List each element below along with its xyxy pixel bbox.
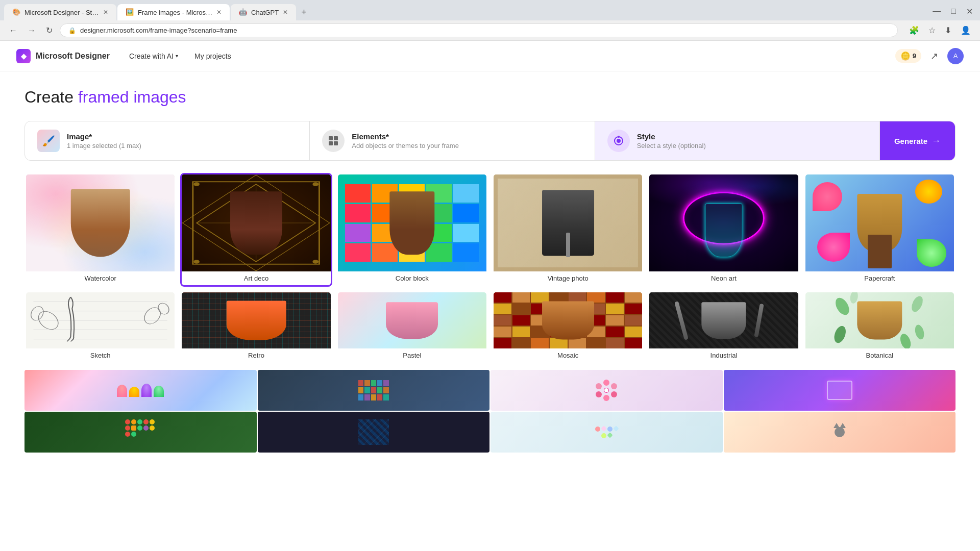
style-label-papercraft: Papercraft xyxy=(805,271,954,285)
nav-create-with-ai[interactable]: Create with AI ▾ xyxy=(122,48,185,64)
svg-point-27 xyxy=(909,294,925,314)
style-item-watercolor[interactable]: Watercolor xyxy=(24,173,176,287)
style-item-papercraft[interactable]: Papercraft xyxy=(804,173,955,287)
extensions-button[interactable]: 🧩 xyxy=(906,23,922,37)
bottom-thumb-1[interactable] xyxy=(24,370,257,411)
svg-point-13 xyxy=(194,260,200,264)
svg-point-23 xyxy=(30,306,45,321)
style-label-artdeco: Art deco xyxy=(182,271,330,285)
generate-arrow-icon: → xyxy=(932,136,941,146)
tab-close-3[interactable]: ✕ xyxy=(283,9,288,16)
svg-point-37 xyxy=(596,391,602,397)
address-bar-row: ← → ↻ 🔒 designer.microsoft.com/frame-ima… xyxy=(0,20,980,40)
new-tab-button[interactable]: + xyxy=(297,5,311,20)
favorites-button[interactable]: ☆ xyxy=(925,23,939,37)
tab-close-2[interactable]: ✕ xyxy=(216,9,222,16)
svg-point-35 xyxy=(596,383,602,389)
style-thumb-artdeco xyxy=(182,174,330,271)
svg-point-39 xyxy=(604,388,608,392)
logo-icon: ◆ xyxy=(16,49,31,63)
bottom-thumb-6[interactable] xyxy=(258,412,490,453)
maximize-button[interactable]: □ xyxy=(948,5,959,18)
step-image-preview: 🖌️ xyxy=(37,130,60,152)
style-item-botanical[interactable]: Botanical xyxy=(804,291,955,364)
bottom-thumb-4[interactable] xyxy=(724,370,956,411)
forward-button[interactable]: → xyxy=(24,24,39,37)
svg-point-38 xyxy=(611,391,617,397)
bottom-thumb-8[interactable] xyxy=(724,412,956,453)
bottom-thumb-7[interactable] xyxy=(491,412,723,453)
svg-point-28 xyxy=(832,324,848,345)
style-thumb-industrial xyxy=(649,292,798,348)
tab-favicon-1: 🎨 xyxy=(12,8,20,16)
style-thumb-retro xyxy=(182,292,330,348)
svg-rect-0 xyxy=(329,136,333,140)
address-bar[interactable]: 🔒 designer.microsoft.com/frame-image?sce… xyxy=(60,23,898,37)
content-area: Watercolor xyxy=(24,173,955,453)
step-image-info: Image* 1 image selected (1 max) xyxy=(67,132,141,149)
bottom-thumb-2[interactable] xyxy=(258,370,490,411)
coins-badge: 🪙 9 xyxy=(895,49,921,63)
style-item-industrial[interactable]: Industrial xyxy=(648,291,799,364)
avatar[interactable]: A xyxy=(947,48,964,64)
back-button[interactable]: ← xyxy=(6,24,20,37)
nav-menu: Create with AI ▾ My projects xyxy=(122,48,238,64)
step-style-icon xyxy=(607,130,630,152)
tab-title-3: ChatGPT xyxy=(251,9,279,16)
svg-point-33 xyxy=(603,380,609,386)
chevron-down-icon: ▾ xyxy=(176,53,178,59)
page-title-highlight: framed images xyxy=(78,88,186,106)
app-header: ◆ Microsoft Designer Create with AI ▾ My… xyxy=(0,41,980,71)
tab-title-1: Microsoft Designer - Stunning xyxy=(24,9,99,16)
step-elements-sublabel: Add objects or themes to your frame xyxy=(352,142,459,149)
bottom-thumb-5[interactable] xyxy=(24,412,257,453)
style-thumb-papercraft xyxy=(805,174,954,271)
share-button[interactable]: ↗ xyxy=(927,47,941,65)
svg-rect-3 xyxy=(334,141,338,145)
style-label-pastel: Pastel xyxy=(338,348,486,362)
step-style[interactable]: Style Select a style (optional) xyxy=(595,121,880,160)
browser-chrome: 🎨 Microsoft Designer - Stunning ✕ 🖼️ Fra… xyxy=(0,0,980,41)
style-item-vintage[interactable]: Vintage photo xyxy=(492,173,644,287)
page-title: Create framed images xyxy=(24,88,955,107)
style-item-sketch[interactable]: Sketch xyxy=(24,291,176,364)
minimize-button[interactable]: — xyxy=(929,5,944,18)
style-thumb-watercolor xyxy=(26,174,175,271)
step-elements-icon xyxy=(322,130,345,152)
tab-microsoft-designer[interactable]: 🎨 Microsoft Designer - Stunning ✕ xyxy=(4,4,116,20)
coin-count: 9 xyxy=(913,52,916,60)
svg-point-11 xyxy=(194,182,200,186)
style-item-artdeco[interactable]: Art deco xyxy=(180,173,332,287)
style-label-industrial: Industrial xyxy=(649,348,798,362)
style-thumb-neon xyxy=(649,174,798,271)
svg-point-6 xyxy=(618,136,620,138)
style-item-colorblock[interactable]: Color block xyxy=(336,173,488,287)
style-label-colorblock: Color block xyxy=(338,271,486,285)
profile-button[interactable]: 👤 xyxy=(958,23,974,37)
step-elements-label: Elements* xyxy=(352,132,459,141)
bottom-strip-2 xyxy=(24,412,955,453)
style-item-neon[interactable]: Neon art xyxy=(648,173,799,287)
style-item-mosaic[interactable]: Mosaic xyxy=(492,291,644,364)
style-thumb-botanical xyxy=(805,292,954,348)
style-label-neon: Neon art xyxy=(649,271,798,285)
style-item-retro[interactable]: Retro xyxy=(180,291,332,364)
tab-bar: 🎨 Microsoft Designer - Stunning ✕ 🖼️ Fra… xyxy=(0,0,980,20)
bottom-thumb-3[interactable] xyxy=(491,370,723,411)
tab-frame-images[interactable]: 🖼️ Frame images - Microsoft Des... ✕ xyxy=(117,4,230,20)
reload-button[interactable]: ↻ xyxy=(43,23,56,37)
close-button[interactable]: ✕ xyxy=(963,5,976,18)
style-thumb-vintage xyxy=(494,174,642,271)
downloads-button[interactable]: ⬇ xyxy=(942,23,954,37)
step-elements[interactable]: Elements* Add objects or themes to your … xyxy=(310,121,595,160)
step-image[interactable]: 🖌️ Image* 1 image selected (1 max) xyxy=(25,121,310,160)
tab-favicon-2: 🖼️ xyxy=(126,8,134,16)
svg-point-31 xyxy=(898,332,913,348)
style-item-pastel[interactable]: Pastel xyxy=(336,291,488,364)
tab-close-1[interactable]: ✕ xyxy=(103,9,108,16)
tab-chatgpt[interactable]: 🤖 ChatGPT ✕ xyxy=(231,4,296,20)
nav-my-projects[interactable]: My projects xyxy=(187,48,238,64)
header-right: 🪙 9 ↗ A xyxy=(895,47,964,65)
generate-button[interactable]: Generate → xyxy=(880,121,955,160)
style-label-sketch: Sketch xyxy=(26,348,175,362)
